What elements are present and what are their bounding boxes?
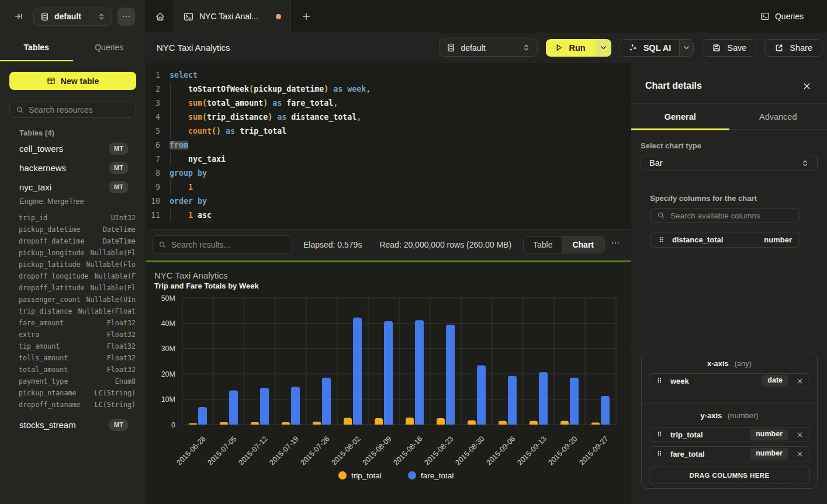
sql-ai-dropdown-button[interactable] — [679, 40, 693, 56]
bar-trip_total-2015-08-23[interactable] — [437, 418, 445, 425]
bar-fare_total-2015-09-13[interactable] — [539, 372, 548, 425]
bar-trip_total-2015-06-28[interactable] — [189, 423, 197, 425]
y-axis-item-fare_total[interactable]: fare_total number — [649, 446, 810, 461]
bar-fare_total-2015-09-20[interactable] — [570, 378, 579, 425]
query-tab[interactable]: NYC Taxi Anal... — [174, 0, 291, 33]
view-toggle-table[interactable]: Table — [524, 237, 562, 253]
column-row[interactable]: dropoff_ntaname LC(String) — [19, 399, 136, 411]
drag-grip-icon[interactable] — [656, 450, 664, 458]
x-axis-item-week[interactable]: week date — [649, 373, 810, 388]
close-panel-icon[interactable] — [802, 82, 811, 91]
bar-fare_total-2015-08-30[interactable] — [477, 365, 486, 425]
bar-fare_total-2015-07-26[interactable] — [322, 378, 331, 425]
legend-label-trip_total[interactable]: trip_total — [351, 471, 382, 480]
results-search-input[interactable] — [171, 240, 286, 249]
editor-line-8[interactable]: 8 group by — [146, 166, 631, 180]
available-column-distance_total[interactable]: distance_total number — [650, 232, 800, 248]
editor-line-5[interactable]: 5 count() as trip_total — [146, 124, 631, 138]
columns-search-input[interactable] — [670, 211, 793, 220]
column-row[interactable]: dropoff_latitude Nullable(Fl — [19, 282, 136, 294]
toolbar-database-select[interactable]: default — [439, 39, 538, 57]
bar-chart[interactable]: 010M20M30M40M50M2015-06-282015-07-052015… — [146, 262, 631, 504]
editor-line-10[interactable]: 10 order by — [146, 194, 631, 208]
new-table-button[interactable]: New table — [9, 72, 136, 90]
sql-editor[interactable]: 1 select 2 toStartOfWeek(pickup_datetime… — [146, 62, 631, 229]
editor-line-1[interactable]: 1 select — [146, 68, 631, 82]
queries-button[interactable]: Queries — [760, 0, 804, 33]
bar-trip_total-2015-09-13[interactable] — [530, 421, 538, 425]
bar-trip_total-2015-07-19[interactable] — [282, 422, 290, 425]
y-axis-item-trip_total[interactable]: trip_total number — [649, 427, 810, 442]
bar-trip_total-2015-07-05[interactable] — [220, 422, 228, 425]
editor-line-11[interactable]: 11 1 asc — [146, 208, 631, 222]
bar-fare_total-2015-09-27[interactable] — [601, 396, 610, 425]
editor-line-4[interactable]: 4 sum(trip_distance) as distance_total, — [146, 110, 631, 124]
bar-trip_total-2015-07-26[interactable] — [313, 422, 321, 425]
panel-tab-general[interactable]: General — [631, 104, 729, 129]
bar-trip_total-2015-08-09[interactable] — [375, 418, 383, 425]
drag-columns-dropzone[interactable]: DRAG COLUMNS HERE — [649, 467, 810, 484]
panel-tab-advanced[interactable]: Advanced — [729, 104, 827, 129]
sidebar-search-input[interactable] — [29, 105, 130, 114]
bar-fare_total-2015-06-28[interactable] — [198, 407, 207, 425]
legend-label-fare_total[interactable]: fare_total — [421, 471, 454, 480]
save-button[interactable]: Save — [702, 39, 756, 57]
bar-fare_total-2015-08-23[interactable] — [446, 325, 455, 425]
bar-trip_total-2015-08-16[interactable] — [406, 418, 414, 425]
sql-ai-button-main[interactable]: SQL AI — [620, 40, 680, 56]
column-row[interactable]: passenger_count Nullable(UIn — [19, 294, 136, 305]
bar-fare_total-2015-07-05[interactable] — [229, 390, 238, 425]
bar-fare_total-2015-07-12[interactable] — [260, 388, 269, 425]
run-button-main[interactable]: Run — [546, 39, 596, 57]
remove-column-icon[interactable] — [796, 450, 804, 458]
column-row[interactable]: fare_amount Float32 — [19, 317, 136, 329]
table-row-hackernews[interactable]: hackernews MT — [0, 158, 146, 178]
sidebar-more-button[interactable] — [117, 8, 135, 26]
remove-column-icon[interactable] — [796, 431, 804, 439]
drag-grip-icon[interactable] — [656, 377, 664, 385]
bar-trip_total-2015-08-30[interactable] — [468, 420, 476, 425]
bar-trip_total-2015-08-02[interactable] — [344, 418, 352, 425]
sql-ai-button[interactable]: SQL AI — [620, 39, 694, 57]
editor-line-7[interactable]: 7 nyc_taxi — [146, 152, 631, 166]
collapse-sidebar-icon[interactable] — [15, 13, 22, 20]
column-row[interactable]: dropoff_datetime DateTime — [19, 235, 136, 247]
column-row[interactable]: pickup_longitude Nullable(Fl — [19, 247, 136, 259]
column-row[interactable]: pickup_ntaname LC(String) — [19, 387, 136, 399]
editor-line-3[interactable]: 3 sum(total_amount) as fare_total, — [146, 96, 631, 110]
drag-grip-icon[interactable] — [656, 430, 664, 439]
column-row[interactable]: tolls_amount Float32 — [19, 352, 136, 364]
table-row-stocks_stream[interactable]: stocks_stream MT — [0, 415, 146, 435]
column-row[interactable]: pickup_datetime DateTime — [19, 224, 136, 235]
run-dropdown-button[interactable] — [596, 39, 611, 57]
results-more-button[interactable] — [611, 239, 620, 247]
sidebar-tab-tables[interactable]: Tables — [0, 33, 73, 61]
sidebar-tab-queries[interactable]: Queries — [73, 33, 146, 61]
remove-column-icon[interactable] — [796, 377, 804, 385]
bar-fare_total-2015-08-16[interactable] — [415, 320, 424, 425]
bar-trip_total-2015-09-27[interactable] — [591, 423, 600, 425]
new-tab-button[interactable] — [296, 0, 317, 33]
bar-trip_total-2015-07-12[interactable] — [251, 422, 259, 425]
drag-grip-icon[interactable] — [658, 236, 666, 244]
column-row[interactable]: trip_id UInt32 — [19, 212, 136, 224]
column-row[interactable]: dropoff_longitude Nullable(F — [19, 270, 136, 282]
column-row[interactable]: total_amount Float32 — [19, 364, 136, 376]
editor-line-2[interactable]: 2 toStartOfWeek(pickup_datetime) as week… — [146, 82, 631, 96]
column-row[interactable]: trip_distance Nullable(Float — [19, 305, 136, 317]
table-row-cell_towers[interactable]: cell_towers MT — [0, 139, 146, 158]
bar-fare_total-2015-08-09[interactable] — [384, 321, 393, 425]
bar-trip_total-2015-09-20[interactable] — [560, 421, 569, 425]
table-row-nyc_taxi[interactable]: nyc_taxi MT — [0, 178, 146, 197]
view-toggle-chart[interactable]: Chart — [562, 237, 604, 253]
share-button[interactable]: Share — [764, 39, 822, 57]
column-row[interactable]: tip_amount Float32 — [19, 340, 136, 352]
bar-fare_total-2015-08-02[interactable] — [353, 318, 362, 425]
chart-type-select[interactable]: Bar — [641, 155, 818, 171]
home-button[interactable] — [146, 0, 174, 33]
editor-line-9[interactable]: 9 1 — [146, 180, 631, 194]
editor-line-6[interactable]: 6 from — [146, 138, 631, 152]
bar-trip_total-2015-09-06[interactable] — [499, 421, 507, 425]
column-row[interactable]: extra Float32 — [19, 329, 136, 340]
column-row[interactable]: pickup_latitude Nullable(Flo — [19, 259, 136, 270]
